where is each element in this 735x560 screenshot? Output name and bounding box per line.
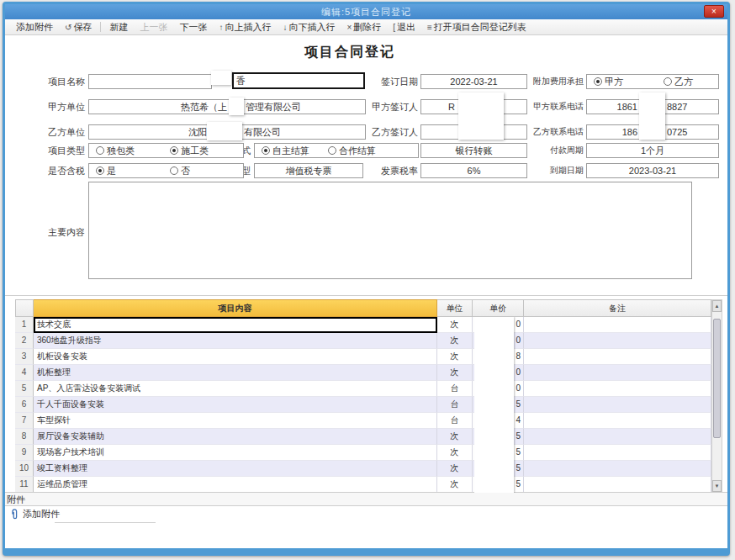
content-cell[interactable]: 360地盘升级指导	[34, 333, 437, 349]
unit-column-header[interactable]: 单位	[437, 299, 473, 317]
toolbar-button-9[interactable]: [退出	[387, 20, 421, 34]
table-row[interactable]: 6千人千面设备安装台5	[15, 397, 711, 413]
toolbar-button-10[interactable]: ≡打开项目合同登记列表	[421, 20, 532, 34]
radio-project-type-construction[interactable]: 施工类	[170, 145, 209, 157]
table-vertical-scrollbar[interactable]: ▲ ▼	[711, 299, 722, 493]
table-row[interactable]: 9现场客户技术培训次5	[15, 445, 711, 461]
note-cell[interactable]	[524, 413, 711, 429]
redacted-attachment-remnant	[55, 522, 156, 523]
scrollbar-thumb[interactable]	[713, 319, 721, 438]
page-title: 项目合同登记	[5, 44, 695, 61]
toolbar-button-7[interactable]: ↓向下插入行	[277, 20, 341, 34]
invoice-rate-field[interactable]: 6%	[420, 163, 527, 178]
radio-extra-cost-party-b[interactable]: 乙方	[664, 76, 693, 88]
table-row[interactable]: 5AP、入店雷达设备安装调试台0	[15, 381, 711, 397]
attachments-section-label: 附件	[7, 494, 25, 506]
note-cell[interactable]	[524, 381, 711, 397]
table-row[interactable]: 3机柜设备安装次8	[15, 349, 711, 365]
invoice-type-field[interactable]: 增值税专票	[254, 163, 363, 178]
note-cell[interactable]	[524, 477, 711, 493]
main-content-textarea[interactable]	[88, 182, 692, 279]
radio-tax-no[interactable]: 否	[170, 165, 190, 177]
row-number-header	[15, 299, 34, 317]
radio-label: 独包类	[107, 145, 135, 157]
party-a-phone-label: 甲方联系电话	[528, 99, 584, 114]
radio-project-type-dubao[interactable]: 独包类	[96, 145, 135, 157]
row-number-cell: 4	[15, 365, 34, 381]
table-row[interactable]: 8展厅设备安装辅助次5	[15, 429, 711, 445]
table-row[interactable]: 1技术交底次0	[15, 317, 711, 333]
radio-extra-cost-party-a[interactable]: 甲方	[594, 76, 623, 88]
party-a-unit-text-right: 管理有限公司	[246, 99, 301, 114]
radio-settle-coop[interactable]: 合作结算	[328, 145, 376, 157]
note-cell[interactable]	[524, 445, 711, 461]
note-cell[interactable]	[524, 317, 711, 333]
unit-cell[interactable]: 次	[437, 365, 473, 381]
content-cell[interactable]: 展厅设备安装辅助	[34, 429, 437, 445]
table-row[interactable]: 10竣工资料整理次5	[15, 461, 711, 477]
note-cell[interactable]	[524, 429, 711, 445]
pay-cycle-label: 付款周期	[528, 143, 584, 158]
radio-label: 甲方	[605, 76, 623, 88]
content-cell[interactable]: 车型探针	[34, 413, 437, 429]
price-column-header[interactable]: 单价	[473, 299, 524, 317]
toolbar-button-8[interactable]: ×删除行	[341, 20, 387, 34]
due-date-field[interactable]: 2023-03-21	[586, 163, 719, 178]
toolbar-button-5[interactable]: 下一张	[173, 20, 213, 34]
table-body: 1技术交底次02360地盘升级指导次03机柜设备安装次84机柜整理次05AP、入…	[15, 317, 711, 493]
table-row[interactable]: 4机柜整理次0	[15, 365, 711, 381]
note-cell[interactable]	[524, 333, 711, 349]
content-cell[interactable]: 机柜设备安装	[34, 349, 437, 365]
content-column-header[interactable]: 项目内容	[34, 299, 437, 317]
toolbar-button-6[interactable]: ↑向上插入行	[213, 20, 277, 34]
toolbar-button-3[interactable]: 新建	[103, 20, 134, 34]
items-table: 项目内容 单位 单价 备注 1技术交底次02360地盘升级指导次03机柜设备安装…	[15, 299, 722, 493]
note-cell[interactable]	[524, 365, 711, 381]
radio-label: 合作结算	[339, 145, 376, 157]
unit-cell[interactable]: 次	[437, 349, 473, 365]
table-row[interactable]: 11运维品质管理次5	[15, 477, 711, 493]
note-column-header[interactable]: 备注	[524, 299, 711, 317]
close-button[interactable]: ×	[704, 5, 724, 18]
content-cell[interactable]: 现场客户技术培训	[34, 445, 437, 461]
unit-cell[interactable]: 次	[437, 445, 473, 461]
note-cell[interactable]	[524, 397, 711, 413]
unit-cell[interactable]: 次	[437, 461, 473, 477]
radio-icon	[664, 77, 672, 86]
table-row[interactable]: 7车型探针台4	[15, 413, 711, 429]
pay-cycle-field[interactable]: 1个月	[586, 143, 719, 158]
unit-cell[interactable]: 次	[437, 477, 473, 493]
party-a-signer-text: R	[448, 99, 455, 114]
row-number-cell: 6	[15, 397, 34, 413]
content-cell[interactable]: 千人千面设备安装	[34, 397, 437, 413]
radio-icon	[328, 146, 336, 155]
scrollbar-up-button[interactable]: ▲	[712, 300, 722, 312]
add-attachment-button[interactable]: 添加附件	[10, 508, 60, 520]
content-cell[interactable]: 机柜整理	[34, 365, 437, 381]
radio-settle-self[interactable]: 自主结算	[262, 145, 309, 157]
unit-cell[interactable]: 台	[437, 381, 473, 397]
redaction-box	[207, 122, 242, 140]
unit-cell[interactable]: 台	[437, 397, 473, 413]
project-name-input[interactable]	[88, 74, 212, 89]
toolbar-button-0[interactable]: 添加附件	[10, 20, 59, 34]
unit-cell[interactable]: 次	[437, 429, 473, 445]
unit-cell[interactable]: 次	[437, 317, 473, 333]
unit-cell[interactable]: 次	[437, 333, 473, 349]
party-a-unit-label: 甲方单位	[46, 99, 85, 114]
content-cell[interactable]: 技术交底	[34, 317, 437, 333]
table-row[interactable]: 2360地盘升级指导次0	[15, 333, 711, 349]
unit-cell[interactable]: 台	[437, 413, 473, 429]
sign-date-field[interactable]: 2022-03-21	[420, 74, 527, 89]
content-cell[interactable]: 竣工资料整理	[34, 461, 437, 477]
note-cell[interactable]	[524, 349, 711, 365]
content-cell[interactable]: AP、入店雷达设备安装调试	[34, 381, 437, 397]
pay-method-field[interactable]: 银行转账	[420, 143, 527, 158]
party-a-unit-field[interactable]	[88, 99, 366, 114]
project-name-input-focused[interactable]: 香	[232, 72, 365, 89]
scrollbar-down-button[interactable]: ▼	[712, 480, 722, 492]
radio-tax-yes[interactable]: 是	[96, 165, 116, 177]
content-cell[interactable]: 运维品质管理	[34, 477, 437, 493]
note-cell[interactable]	[524, 461, 711, 477]
toolbar-button-1[interactable]: ↺保存	[59, 20, 98, 34]
